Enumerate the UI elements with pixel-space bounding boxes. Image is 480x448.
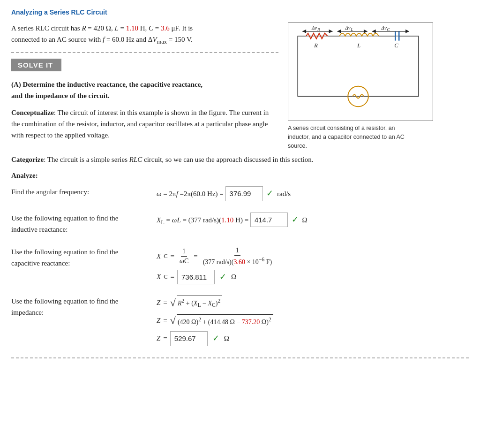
divider-bottom — [11, 357, 469, 358]
capacitive-eq: XC = 1 ωC = 1 (377 rad/s)(3.60 × 10−6 F)… — [157, 246, 469, 285]
svg-text:R: R — [314, 42, 318, 49]
xc-fraction-2: 1 (377 rad/s)(3.60 × 10−6 F) — [202, 246, 273, 266]
svg-marker-6 — [337, 30, 341, 33]
capacitive-row: Use the following equation to find theca… — [11, 246, 469, 285]
circuit-caption: A series circuit consisting of a resisto… — [288, 124, 410, 150]
capacitive-check: ✓ — [219, 270, 226, 284]
angular-freq-unit: rad/s — [277, 190, 291, 197]
page-title: Analyzing a Series RLC Circuit — [11, 8, 469, 16]
section-a-text: (A) Determine the inductive reactance, t… — [11, 79, 278, 101]
svg-text:Δv: Δv — [311, 25, 317, 30]
inductive-label: Use the following equation to find thein… — [11, 213, 157, 235]
inductive-row: Use the following equation to find thein… — [11, 213, 469, 235]
impedance-eq: Z = √ R2 + (XL − XC)2 Z = √ (420 Ω)2 + (… — [157, 296, 469, 346]
svg-marker-11 — [372, 30, 376, 33]
angular-freq-row: Find the angular frequency: ω = 2πf =2π(… — [11, 186, 469, 201]
svg-marker-2 — [329, 30, 333, 33]
capacitive-unit: Ω — [231, 271, 236, 283]
svg-marker-12 — [405, 30, 409, 33]
inductive-answer: 414.7 — [250, 213, 288, 228]
inductive-unit: Ω — [302, 216, 307, 224]
angular-freq-label: Find the angular frequency: — [11, 186, 157, 197]
svg-text:Δv: Δv — [345, 25, 350, 30]
inductive-check: ✓ — [292, 215, 299, 224]
angular-freq-answer: 376.99 — [225, 186, 263, 201]
analyze-heading: Analyze: — [11, 172, 469, 180]
svg-text:R: R — [317, 27, 320, 32]
circuit-diagram-area: Δv R Δv L Δv C — [283, 23, 452, 150]
svg-marker-1 — [302, 30, 306, 33]
svg-text:C: C — [394, 42, 398, 49]
impedance-unit: Ω — [224, 333, 229, 345]
circuit-diagram: Δv R Δv L Δv C — [288, 23, 433, 121]
capacitive-label: Use the following equation to find theca… — [11, 246, 157, 269]
solve-it-bar: SOLVE IT — [11, 59, 61, 71]
impedance-row: Use the following equation to find theim… — [11, 296, 469, 346]
impedance-label: Use the following equation to find theim… — [11, 296, 157, 318]
inductive-eq: XL = ωL = (377 rad/s)(1.10 H) = 414.7 ✓ … — [157, 213, 469, 228]
impedance-answer: 529.67 — [170, 331, 208, 346]
svg-text:C: C — [387, 27, 390, 32]
divider-top — [11, 52, 278, 53]
impedance-check: ✓ — [212, 331, 219, 346]
svg-text:Δv: Δv — [381, 25, 387, 30]
svg-text:L: L — [350, 27, 353, 32]
intro-paragraph: A series RLC circuit has R = 420 Ω, L = … — [11, 23, 278, 46]
capacitive-answer: 736.811 — [177, 270, 215, 285]
z-sqrt1: √ R2 + (XL − XC)2 — [170, 296, 222, 310]
angular-freq-check: ✓ — [266, 189, 273, 198]
angular-freq-eq: ω = 2πf =2π(60.0 Hz) = 376.99 ✓ rad/s — [157, 186, 469, 201]
svg-text:L: L — [357, 42, 360, 49]
z-sqrt2: √ (420 Ω)2 + (414.48 Ω − 737.20 Ω)2 — [170, 314, 273, 327]
xc-fraction: 1 ωC — [178, 247, 190, 266]
conceptualize-text: Conceptualize: The circuit of interest i… — [11, 107, 278, 141]
svg-marker-7 — [364, 30, 368, 33]
categorize-text: Categorize: The circuit is a simple seri… — [11, 154, 469, 165]
